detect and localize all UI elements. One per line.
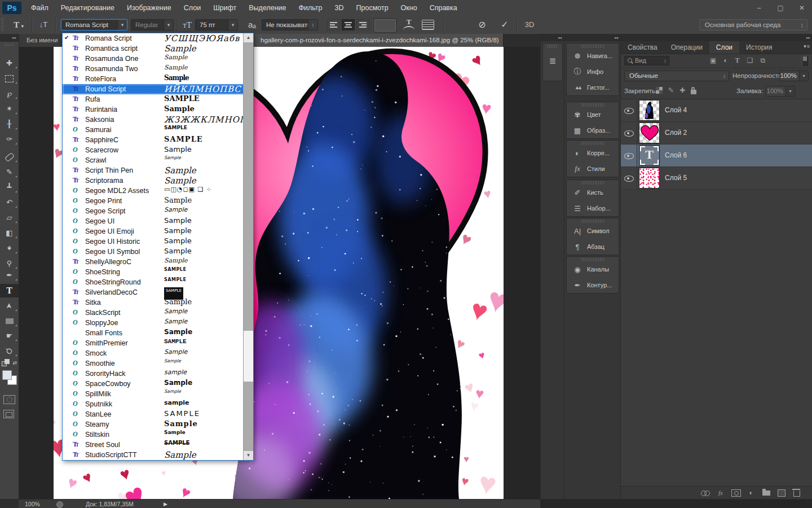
- font-option-28[interactable]: OSloppyJoeSample: [63, 318, 244, 328]
- text-orientation-button[interactable]: ↓T: [35, 19, 52, 31]
- menu-item-9[interactable]: Окно: [395, 0, 423, 16]
- font-option-31[interactable]: OSmockSample: [63, 348, 244, 358]
- tab-операции[interactable]: Операции: [664, 41, 709, 54]
- lock-pixels-icon[interactable]: ✎: [668, 86, 674, 94]
- font-option-25[interactable]: TTSilverlandDecoCSAMPLE: [63, 287, 244, 297]
- font-option-14[interactable]: TTScriptoramaSample: [63, 176, 244, 186]
- menu-item-4[interactable]: Шрифт: [207, 0, 242, 16]
- blur-tool[interactable]: ♠: [0, 242, 19, 255]
- font-option-33[interactable]: OSororityHacksample: [63, 369, 244, 379]
- font-option-19[interactable]: OSegoe UI EmojiSample: [63, 226, 244, 237]
- chevron-down-icon[interactable]: ▾: [228, 20, 237, 30]
- color-panel-button[interactable]: ✾Цвет: [567, 107, 619, 122]
- font-option-10[interactable]: TTSapphireCSAMPLE: [63, 135, 244, 145]
- font-option-5[interactable]: TTRound ScriptИЙКЛМНОПВС: [63, 84, 244, 94]
- warp-text-button[interactable]: T: [401, 18, 416, 32]
- layer-thumbnail[interactable]: [639, 123, 659, 143]
- tab-свойства[interactable]: Свойства: [621, 41, 664, 54]
- menu-item-8[interactable]: Просмотр: [350, 0, 395, 16]
- collapse-toolbar-button[interactable]: ▸▸: [0, 34, 19, 42]
- font-option-32[interactable]: OSmoothieSample: [63, 358, 244, 369]
- status-arrow-button[interactable]: ▶: [164, 500, 167, 508]
- font-option-20[interactable]: OSegoe UI HistoricSample: [63, 237, 244, 247]
- menu-item-6[interactable]: Фильтр: [293, 0, 329, 16]
- magic-wand-tool[interactable]: ✶: [0, 102, 19, 116]
- swap-colors-icon[interactable]: ⇄: [2, 359, 17, 368]
- layer-row-3[interactable]: TСлой 6: [621, 144, 812, 167]
- font-option-22[interactable]: TTShellyAllegroCSample: [63, 257, 244, 267]
- clone-source-panel-button[interactable]: ≣: [543, 48, 562, 66]
- menu-item-10[interactable]: Справка: [423, 0, 464, 16]
- layer-visibility-cell[interactable]: [621, 167, 637, 189]
- font-option-39[interactable]: OStiltskinSample: [63, 430, 244, 440]
- screen-mode-button[interactable]: [3, 410, 14, 418]
- collapse-panel-icon[interactable]: ▸▸: [621, 34, 812, 41]
- type-tool-preset-button[interactable]: T ▾: [10, 19, 27, 31]
- font-option-29[interactable]: Small FontsSample: [63, 328, 244, 338]
- zoom-level-field[interactable]: 100%: [25, 500, 40, 508]
- font-option-0[interactable]: ✔TTRomana ScriptУСШЩЭЮЯабв: [63, 33, 244, 43]
- options-bar-grip[interactable]: [1, 18, 4, 32]
- close-button[interactable]: ✕: [796, 4, 807, 12]
- add-layer-mask-button[interactable]: [729, 487, 743, 499]
- foreground-background-swatches[interactable]: [2, 370, 17, 385]
- filter-type-layers-icon[interactable]: T: [735, 56, 740, 65]
- brush-tool[interactable]: ✎: [0, 165, 19, 179]
- gradient-tool[interactable]: ◧: [0, 226, 19, 240]
- menu-item-2[interactable]: Изображение: [121, 0, 178, 16]
- menu-item-3[interactable]: Слои: [178, 0, 207, 16]
- anti-alias-select[interactable]: Не показывать ↕: [262, 19, 318, 30]
- new-group-button[interactable]: [760, 487, 773, 499]
- filter-kind-select[interactable]: Вид ↕: [624, 56, 669, 65]
- font-option-4[interactable]: TTRoteFloraSample: [63, 74, 244, 84]
- font-option-27[interactable]: OSlackScriptSample: [63, 308, 244, 318]
- scrollbar[interactable]: ▲ ▼: [243, 33, 253, 460]
- align-right-button[interactable]: [356, 19, 369, 30]
- layer-visibility-cell[interactable]: [621, 99, 637, 121]
- font-option-36[interactable]: OSputnikksample: [63, 399, 244, 409]
- font-option-17[interactable]: OSegoe ScriptSample: [63, 206, 244, 216]
- eraser-tool[interactable]: ▱: [0, 211, 19, 225]
- link-layers-button[interactable]: [699, 487, 712, 499]
- filter-smart-objects-icon[interactable]: ⧉: [760, 56, 765, 65]
- layer-thumbnail[interactable]: T: [639, 146, 659, 165]
- font-option-24[interactable]: OShoeStringRoundSAMPLE: [63, 277, 244, 287]
- shape-tool[interactable]: [0, 314, 19, 328]
- workspace-select[interactable]: Основная рабочая среда ↕: [699, 19, 807, 30]
- layer-thumbnail[interactable]: [639, 168, 659, 188]
- eye-icon[interactable]: [624, 176, 634, 182]
- menu-item-5[interactable]: Выделение: [242, 0, 292, 16]
- paragraph-panel-button[interactable]: ¶Абзац: [567, 239, 619, 255]
- tab-слои[interactable]: Слои: [709, 41, 739, 54]
- font-size-select[interactable]: 75 пт ▾: [195, 19, 238, 30]
- font-option-2[interactable]: TTRosamunda OneSample: [63, 54, 244, 64]
- marquee-tool[interactable]: [0, 72, 19, 85]
- layer-visibility-cell[interactable]: [621, 144, 637, 167]
- font-option-37[interactable]: OStanLeeSAMPLE: [63, 409, 244, 419]
- layer-row-1[interactable]: Слой 4: [621, 99, 812, 122]
- font-option-38[interactable]: OSteamySample: [63, 419, 244, 430]
- menu-item-7[interactable]: 3D: [329, 0, 350, 16]
- clone-stamp-tool[interactable]: ┻: [0, 181, 19, 194]
- tab-active-document[interactable]: hgallery-com-p-rozovii-fon-s-serdechkami…: [253, 34, 504, 47]
- cancel-edits-button[interactable]: ⊘: [474, 19, 491, 31]
- font-option-8[interactable]: TTSaksoniaЖЗЖЖКЛМНОП: [63, 115, 244, 125]
- layer-row-4[interactable]: Слой 5: [621, 167, 812, 190]
- quick-mask-button[interactable]: [3, 395, 15, 404]
- filter-pixel-layers-icon[interactable]: ▣: [710, 56, 716, 65]
- layer-row-2[interactable]: Слой 2: [621, 122, 812, 144]
- toggle-panels-button[interactable]: [422, 20, 434, 30]
- layer-thumbnail[interactable]: [639, 100, 659, 120]
- font-option-11[interactable]: OScarecrowSample: [63, 145, 244, 155]
- font-option-34[interactable]: OSpaceCowboySample: [63, 379, 244, 389]
- font-option-40[interactable]: TTStreet SoulSAMPLE: [63, 440, 244, 450]
- move-tool[interactable]: ✚: [0, 56, 19, 70]
- font-option-23[interactable]: OShoeStringSAMPLE: [63, 267, 244, 277]
- font-option-35[interactable]: OSpillMilkSample: [63, 389, 244, 399]
- adjustments-panel-button[interactable]: ◐Корре...: [567, 145, 619, 161]
- lock-transparency-icon[interactable]: [656, 87, 663, 94]
- filter-toggle-switch[interactable]: [802, 55, 809, 67]
- toolbar-grip[interactable]: [5, 43, 14, 46]
- tab-история[interactable]: История: [739, 41, 779, 54]
- menu-item-0[interactable]: Файл: [25, 0, 55, 16]
